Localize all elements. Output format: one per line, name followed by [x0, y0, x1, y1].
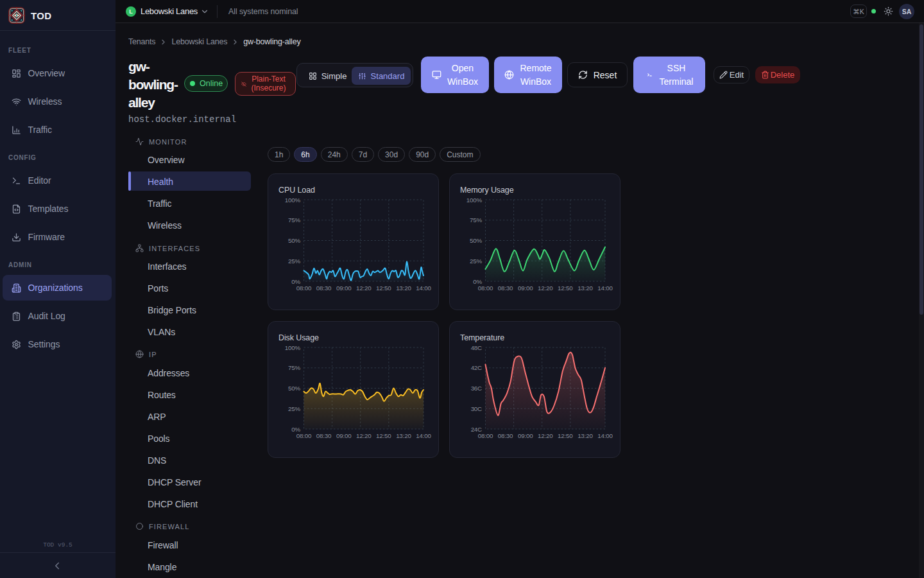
svg-text:25%: 25% [288, 405, 300, 412]
svg-text:09:00: 09:00 [336, 432, 352, 439]
svg-text:08:30: 08:30 [316, 432, 332, 439]
svg-text:48C: 48C [471, 344, 482, 351]
svg-text:24C: 24C [471, 426, 482, 433]
svg-text:12:20: 12:20 [356, 285, 372, 292]
svg-text:12:50: 12:50 [376, 285, 391, 292]
svg-text:08:30: 08:30 [498, 432, 513, 439]
svg-text:0%: 0% [291, 426, 300, 433]
svg-text:12:20: 12:20 [538, 285, 553, 292]
svg-text:13:20: 13:20 [396, 285, 411, 292]
svg-text:100%: 100% [466, 197, 483, 204]
svg-text:12:20: 12:20 [538, 432, 553, 439]
svg-text:0%: 0% [291, 278, 300, 285]
svg-text:08:30: 08:30 [498, 285, 513, 292]
svg-text:08:00: 08:00 [478, 285, 493, 292]
svg-text:08:00: 08:00 [296, 285, 312, 292]
svg-text:12:50: 12:50 [558, 285, 573, 292]
svg-text:09:00: 09:00 [518, 285, 533, 292]
svg-text:100%: 100% [285, 344, 301, 351]
svg-text:75%: 75% [470, 216, 482, 223]
svg-text:12:50: 12:50 [376, 432, 391, 439]
svg-text:30C: 30C [471, 405, 482, 412]
svg-text:09:00: 09:00 [518, 432, 533, 439]
svg-text:08:00: 08:00 [296, 432, 312, 439]
svg-text:09:00: 09:00 [336, 285, 352, 292]
svg-text:14:00: 14:00 [597, 432, 613, 439]
svg-text:08:30: 08:30 [316, 285, 332, 292]
svg-text:25%: 25% [470, 258, 482, 265]
svg-text:25%: 25% [288, 258, 300, 265]
svg-text:0%: 0% [473, 278, 482, 285]
svg-text:12:20: 12:20 [356, 432, 372, 439]
svg-text:14:00: 14:00 [416, 285, 431, 292]
svg-text:08:00: 08:00 [478, 432, 493, 439]
svg-text:36C: 36C [471, 385, 482, 392]
svg-text:75%: 75% [288, 364, 300, 371]
svg-text:50%: 50% [288, 385, 300, 392]
svg-text:14:00: 14:00 [416, 432, 431, 439]
svg-text:13:20: 13:20 [578, 285, 593, 292]
svg-text:100%: 100% [285, 197, 301, 204]
svg-text:13:20: 13:20 [396, 432, 411, 439]
svg-text:14:00: 14:00 [597, 285, 613, 292]
svg-text:13:20: 13:20 [578, 432, 593, 439]
svg-text:42C: 42C [471, 364, 482, 371]
svg-text:75%: 75% [288, 216, 300, 223]
svg-text:12:50: 12:50 [558, 432, 573, 439]
svg-text:50%: 50% [470, 237, 482, 244]
svg-text:50%: 50% [288, 237, 300, 244]
